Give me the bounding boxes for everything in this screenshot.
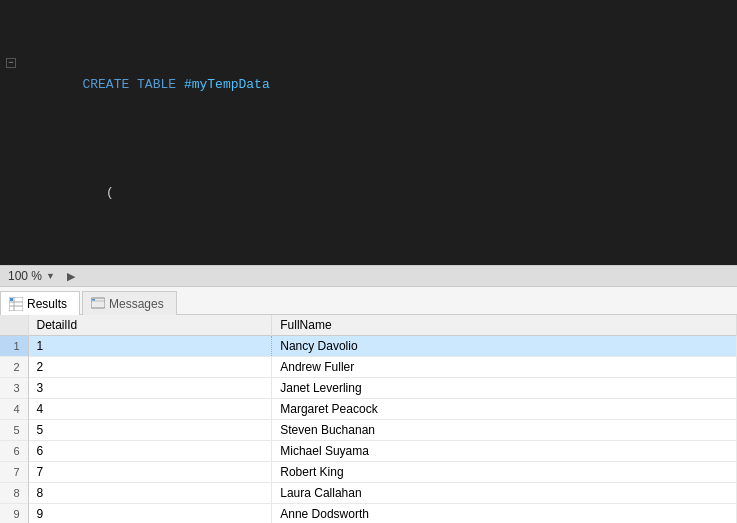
table-row[interactable]: 44Margaret Peacock bbox=[0, 399, 737, 420]
full-name-cell: Steven Buchanan bbox=[272, 420, 737, 441]
results-grid[interactable]: DetailId FullName 11Nancy Davolio22Andre… bbox=[0, 315, 737, 523]
row-number-cell: 8 bbox=[0, 483, 28, 504]
table-row[interactable]: 11Nancy Davolio bbox=[0, 336, 737, 357]
table-row[interactable]: 99Anne Dodsworth bbox=[0, 504, 737, 524]
row-number-cell: 7 bbox=[0, 462, 28, 483]
row-number-cell: 9 bbox=[0, 504, 28, 524]
row-number-cell: 6 bbox=[0, 441, 28, 462]
full-name-cell: Michael Suyama bbox=[272, 441, 737, 462]
detail-id-cell: 1 bbox=[28, 336, 272, 357]
full-name-cell: Robert King bbox=[272, 462, 737, 483]
detail-id-header: DetailId bbox=[28, 315, 272, 336]
table-row[interactable]: 55Steven Buchanan bbox=[0, 420, 737, 441]
results-tab-label: Results bbox=[27, 297, 67, 311]
table-row[interactable]: 66Michael Suyama bbox=[0, 441, 737, 462]
results-pane: DetailId FullName 11Nancy Davolio22Andre… bbox=[0, 315, 737, 523]
detail-id-cell: 9 bbox=[28, 504, 272, 524]
detail-id-cell: 8 bbox=[28, 483, 272, 504]
sql-line-2: ( bbox=[0, 166, 737, 220]
detail-id-cell: 6 bbox=[28, 441, 272, 462]
table-row[interactable]: 22Andrew Fuller bbox=[0, 357, 737, 378]
zoom-control[interactable]: 100 % ▼ ▶ bbox=[8, 269, 75, 283]
table-row[interactable]: 88Laura Callahan bbox=[0, 483, 737, 504]
line-content-1: CREATE TABLE #myTempData bbox=[20, 58, 731, 112]
detail-id-cell: 3 bbox=[28, 378, 272, 399]
row-number-cell: 1 bbox=[0, 336, 28, 357]
row-number-cell: 5 bbox=[0, 420, 28, 441]
sql-editor[interactable]: − CREATE TABLE #myTempData ( DetailId in… bbox=[0, 0, 737, 265]
tab-results[interactable]: Results bbox=[0, 291, 80, 315]
line-content-2: ( bbox=[28, 166, 731, 220]
svg-rect-4 bbox=[10, 298, 13, 301]
scroll-right-arrow[interactable]: ▶ bbox=[67, 270, 75, 283]
full-name-cell: Nancy Davolio bbox=[272, 336, 737, 357]
detail-id-cell: 7 bbox=[28, 462, 272, 483]
detail-id-cell: 4 bbox=[28, 399, 272, 420]
full-name-cell: Andrew Fuller bbox=[272, 357, 737, 378]
tab-messages[interactable]: Messages bbox=[82, 291, 177, 315]
row-number-cell: 4 bbox=[0, 399, 28, 420]
sql-line-1: − CREATE TABLE #myTempData bbox=[0, 58, 737, 112]
zoom-dropdown-arrow[interactable]: ▼ bbox=[46, 271, 55, 281]
row-number-cell: 2 bbox=[0, 357, 28, 378]
status-bar: 100 % ▼ ▶ bbox=[0, 265, 737, 287]
detail-id-cell: 5 bbox=[28, 420, 272, 441]
table-row[interactable]: 33Janet Leverling bbox=[0, 378, 737, 399]
full-name-cell: Anne Dodsworth bbox=[272, 504, 737, 524]
table-row[interactable]: 77Robert King bbox=[0, 462, 737, 483]
full-name-cell: Laura Callahan bbox=[272, 483, 737, 504]
results-tab-icon bbox=[9, 297, 23, 311]
bottom-section: Results Messages DetailId FullName bbox=[0, 287, 737, 523]
svg-rect-7 bbox=[92, 299, 95, 301]
full-name-cell: Janet Leverling bbox=[272, 378, 737, 399]
full-name-header: FullName bbox=[272, 315, 737, 336]
detail-id-cell: 2 bbox=[28, 357, 272, 378]
full-name-cell: Margaret Peacock bbox=[272, 399, 737, 420]
results-table: DetailId FullName 11Nancy Davolio22Andre… bbox=[0, 315, 737, 523]
row-number-header bbox=[0, 315, 28, 336]
collapse-icon-1[interactable]: − bbox=[6, 58, 16, 68]
zoom-label: 100 % bbox=[8, 269, 42, 283]
messages-tab-label: Messages bbox=[109, 297, 164, 311]
tabs-bar: Results Messages bbox=[0, 287, 737, 315]
table-header-row: DetailId FullName bbox=[0, 315, 737, 336]
messages-tab-icon bbox=[91, 297, 105, 311]
row-number-cell: 3 bbox=[0, 378, 28, 399]
sql-code: − CREATE TABLE #myTempData ( DetailId in… bbox=[0, 0, 737, 265]
